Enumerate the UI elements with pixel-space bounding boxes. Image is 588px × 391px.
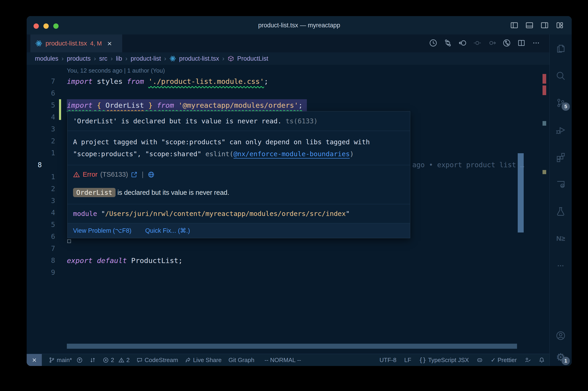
eslint-rule-link[interactable]: @nx/enforce-module-boundaries xyxy=(233,150,349,158)
more-actions-icon[interactable] xyxy=(532,39,540,48)
breadcrumb-modules[interactable]: modules xyxy=(35,55,58,62)
source-control-icon[interactable]: 5 xyxy=(556,98,566,108)
module-path-row: module "/Users/juri/nrwl/content/myreact… xyxy=(68,204,410,223)
person-feedback-icon xyxy=(525,357,531,363)
search-icon[interactable] xyxy=(556,71,566,81)
overview-ruler-modified-mark xyxy=(543,170,546,174)
git-graph-status[interactable]: Git Graph xyxy=(229,357,254,364)
feedback-status[interactable] xyxy=(525,357,531,363)
breadcrumb-file[interactable]: product-list.tsx xyxy=(179,55,219,62)
circle-slash-icon[interactable] xyxy=(473,39,481,48)
warning-triangle-icon xyxy=(118,357,124,363)
eol-status[interactable]: LF xyxy=(404,357,411,364)
codestream-icon[interactable] xyxy=(556,179,566,189)
remote-indicator[interactable] xyxy=(27,354,42,366)
encoding-status[interactable]: UTF-8 xyxy=(379,357,396,364)
status-bar: main* 2 2 CodeStream L xyxy=(27,354,549,366)
git-actions-status[interactable] xyxy=(89,357,96,363)
error-detail-row: Error(TS6133) | OrderList is declared bu… xyxy=(68,165,410,204)
code-line-import-styles: import styles from './product-list.modul… xyxy=(67,75,268,87)
copilot-status[interactable] xyxy=(477,357,483,363)
run-debug-icon[interactable] xyxy=(556,125,566,135)
braces-icon: {} xyxy=(419,357,426,363)
vim-mode-indicator: -- NORMAL -- xyxy=(264,357,301,364)
error-message: 'OrderList' is declared but its value is… xyxy=(73,117,285,125)
git-graph-circle-icon[interactable] xyxy=(503,39,511,48)
activity-bar: 5 N≥ ⋯ ⚙ 1 xyxy=(549,34,572,366)
overview-ruler-info-mark xyxy=(543,121,546,126)
symbol-cube-icon xyxy=(228,55,234,62)
git-compare-icon[interactable] xyxy=(444,39,452,48)
tab-problem-badge: 4, M xyxy=(90,40,102,47)
source-control-badge: 5 xyxy=(562,102,570,111)
quick-fix-button[interactable]: Quick Fix... (⌘.) xyxy=(145,227,190,234)
react-icon xyxy=(35,40,42,47)
overview-ruler-error-mark xyxy=(543,86,546,95)
split-editor-icon[interactable] xyxy=(517,39,525,48)
titlebar: product-list.tsx — myreactapp xyxy=(27,16,572,34)
breadcrumb-symbol[interactable]: ProductList xyxy=(237,55,268,62)
tooltip-title-row: 'OrderList' is declared but its value is… xyxy=(68,111,410,131)
open-external-icon[interactable] xyxy=(131,171,138,178)
breadcrumb-product-list[interactable]: product-list xyxy=(131,55,161,62)
module-path: /Users/juri/nrwl/content/myreactapp/modu… xyxy=(105,210,346,217)
breadcrumb-lib[interactable]: lib xyxy=(116,55,122,62)
live-share-status[interactable]: Live Share xyxy=(185,357,221,364)
share-icon xyxy=(185,357,191,363)
accounts-icon[interactable] xyxy=(556,331,566,341)
prettier-status[interactable]: ✓ Prettier xyxy=(491,357,517,364)
code-editor[interactable]: You, 12 seconds ago | 1 author (You) 765… xyxy=(27,65,549,354)
error-hover-tooltip: 'OrderList' is declared but its value is… xyxy=(67,111,410,238)
publish-changes-icon[interactable] xyxy=(77,357,83,363)
tooltip-resize-handle[interactable] xyxy=(67,239,71,243)
toggle-panel-icon[interactable] xyxy=(525,21,534,30)
comment-icon xyxy=(136,357,143,363)
view-problem-button[interactable]: View Problem (⌥F8) xyxy=(73,227,131,234)
problems-status[interactable]: 2 2 xyxy=(103,357,130,364)
error-circle-icon xyxy=(103,357,109,363)
tooltip-actions-row: View Problem (⌥F8) Quick Fix... (⌘.) xyxy=(68,223,410,238)
code-line-import-orderlist: import { OrderList } from '@myreactapp/m… xyxy=(67,99,307,111)
minimap-slider[interactable] xyxy=(518,153,524,232)
toggle-primary-sidebar-icon[interactable] xyxy=(510,21,518,30)
globe-icon[interactable] xyxy=(148,171,155,178)
horizontal-scrollbar[interactable] xyxy=(67,344,517,349)
eslint-rule-row: A project tagged with "scope:products" c… xyxy=(68,131,410,165)
editor-actions xyxy=(429,34,540,52)
remote-icon xyxy=(31,357,37,363)
customize-layout-icon[interactable] xyxy=(556,21,564,30)
notifications-status[interactable] xyxy=(539,357,545,363)
react-icon xyxy=(169,55,176,62)
breadcrumb: modules › products › src › lib › product… xyxy=(27,52,549,65)
tab-product-list[interactable]: product-list.tsx 4, M × xyxy=(30,34,122,52)
git-branch-icon xyxy=(49,357,55,363)
breadcrumb-products[interactable]: products xyxy=(67,55,91,62)
window-title: product-list.tsx — myreactapp xyxy=(27,16,572,34)
tab-label: product-list.tsx xyxy=(45,40,87,47)
close-tab-icon[interactable]: × xyxy=(107,39,112,47)
codestream-status[interactable]: CodeStream xyxy=(136,357,178,364)
testing-beaker-icon[interactable] xyxy=(556,206,566,216)
error-severity-label: Error xyxy=(83,171,97,178)
language-mode-status[interactable]: {} TypeScript JSX xyxy=(419,357,469,364)
error-source-tag: ts(6133) xyxy=(285,117,318,125)
additional-views-icon[interactable]: ⋯ xyxy=(556,261,566,271)
warning-triangle-icon xyxy=(73,171,80,178)
explorer-icon[interactable] xyxy=(556,44,566,54)
toggle-secondary-sidebar-icon[interactable] xyxy=(540,21,549,30)
line-number-gutter: 76543218123456789 xyxy=(27,75,55,279)
overview-ruler-error-mark xyxy=(543,74,546,84)
timeline-history-icon[interactable] xyxy=(429,39,437,48)
settings-badge: 1 xyxy=(562,357,570,365)
modified-lines-indicator xyxy=(59,99,61,120)
navigate-back-icon[interactable] xyxy=(458,39,467,48)
extensions-icon[interactable] xyxy=(556,152,566,162)
settings-gear-icon[interactable]: ⚙ 1 xyxy=(556,352,566,362)
vscode-window: product-list.tsx — myreactapp xyxy=(27,16,572,366)
git-sync-icon xyxy=(89,357,96,363)
breadcrumb-src[interactable]: src xyxy=(99,55,107,62)
git-blame-annotation: You, 12 seconds ago | 1 author (You) xyxy=(67,67,165,74)
navigate-forward-icon[interactable] xyxy=(488,39,496,48)
nx-console-icon[interactable]: N≥ xyxy=(556,233,566,244)
git-branch-status[interactable]: main* xyxy=(49,357,83,364)
